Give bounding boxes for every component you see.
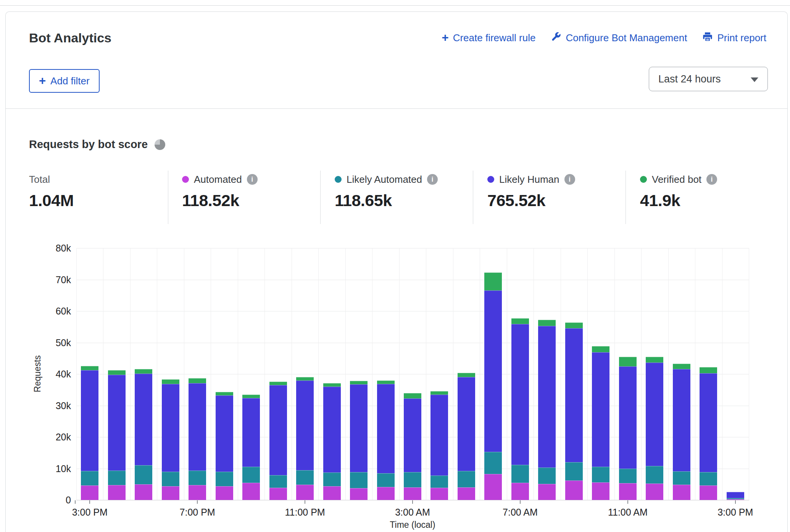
x-axis-tick bbox=[520, 500, 521, 504]
bar-segment-automated bbox=[592, 482, 609, 500]
print-report-label: Print report bbox=[717, 32, 766, 44]
bar-group[interactable] bbox=[103, 248, 130, 500]
bar-segment-verified-bot bbox=[673, 364, 690, 369]
stacked-bar bbox=[135, 369, 152, 500]
y-axis-tick-label: 50k bbox=[31, 337, 71, 348]
time-range-select[interactable]: Last 24 hours bbox=[649, 67, 768, 91]
bar-segment-likely-automated bbox=[458, 471, 475, 487]
bar-segment-automated bbox=[135, 484, 152, 500]
stat-likely-automated: Likely Automated i 118.65k bbox=[335, 173, 438, 210]
bar-group[interactable] bbox=[76, 248, 103, 500]
bar-group[interactable] bbox=[507, 248, 534, 500]
bar-group[interactable] bbox=[345, 248, 372, 500]
x-axis-tick-label: 3:00 AM bbox=[371, 507, 455, 518]
bar-group[interactable] bbox=[184, 248, 211, 500]
stat-verified-bot-value: 41.9k bbox=[640, 191, 717, 210]
section-title: Requests by bot score bbox=[29, 138, 148, 151]
info-icon[interactable]: i bbox=[564, 174, 575, 185]
bar-group[interactable] bbox=[695, 248, 722, 500]
bar-group[interactable] bbox=[641, 248, 668, 500]
bar-segment-verified-bot bbox=[646, 357, 663, 363]
bar-segment-verified-bot bbox=[700, 367, 717, 373]
stacked-bar bbox=[350, 381, 368, 500]
bar-segment-verified-bot bbox=[377, 380, 395, 384]
print-report-link[interactable]: Print report bbox=[702, 31, 766, 45]
stacked-bar bbox=[430, 391, 448, 500]
bar-segment-automated bbox=[269, 488, 287, 500]
x-axis-tick-label: 7:00 AM bbox=[478, 507, 562, 518]
bar-group[interactable] bbox=[587, 248, 614, 500]
bar-group[interactable] bbox=[426, 248, 453, 500]
bar-segment-automated bbox=[108, 485, 126, 500]
bar-group[interactable] bbox=[318, 248, 345, 500]
bar-group[interactable] bbox=[480, 248, 506, 500]
bar-segment-verified-bot bbox=[458, 373, 475, 377]
bar-segment-likely-human bbox=[458, 377, 475, 471]
bar-segment-verified-bot bbox=[350, 381, 368, 384]
create-firewall-rule-link[interactable]: + Create firewall rule bbox=[442, 32, 536, 44]
bar-group[interactable] bbox=[264, 248, 291, 500]
bar-segment-likely-automated bbox=[162, 472, 179, 486]
bar-segment-likely-automated bbox=[189, 471, 206, 485]
stat-automated-label: Automated bbox=[194, 174, 242, 185]
bar-group[interactable] bbox=[722, 248, 749, 500]
stacked-bar bbox=[296, 377, 314, 500]
bar-segment-verified-bot bbox=[108, 370, 126, 375]
bar-group[interactable] bbox=[534, 248, 560, 500]
bar-segment-likely-automated bbox=[565, 462, 583, 480]
info-icon[interactable]: i bbox=[427, 174, 438, 185]
likely-automated-dot bbox=[335, 176, 342, 183]
bar-segment-verified-bot bbox=[430, 391, 448, 395]
stacked-bar bbox=[323, 383, 341, 500]
info-icon[interactable]: i bbox=[247, 174, 258, 185]
stacked-bar bbox=[484, 272, 502, 500]
bar-group[interactable] bbox=[399, 248, 426, 500]
bar-group[interactable] bbox=[614, 248, 641, 500]
bar-segment-automated bbox=[700, 485, 717, 500]
stat-total: Total 1.04M bbox=[29, 173, 74, 210]
printer-icon bbox=[702, 31, 713, 45]
stacked-bar bbox=[81, 366, 98, 500]
bar-segment-likely-automated bbox=[242, 467, 260, 483]
configure-bot-management-link[interactable]: Configure Bot Management bbox=[551, 31, 687, 45]
bar-group[interactable] bbox=[238, 248, 264, 500]
bar-segment-verified-bot bbox=[189, 378, 206, 383]
x-axis-tick-label: 7:00 PM bbox=[155, 507, 239, 518]
bar-group[interactable] bbox=[211, 248, 237, 500]
bar-segment-likely-human bbox=[700, 373, 717, 472]
bar-group[interactable] bbox=[561, 248, 587, 500]
bar-segment-likely-human bbox=[242, 398, 260, 467]
bar-group[interactable] bbox=[292, 248, 318, 500]
stacked-bar bbox=[646, 357, 663, 500]
bar-segment-verified-bot bbox=[619, 357, 637, 366]
stacked-bar bbox=[216, 392, 233, 500]
bar-segment-automated bbox=[484, 474, 502, 500]
bar-group[interactable] bbox=[130, 248, 157, 500]
bar-segment-automated bbox=[323, 486, 341, 500]
bar-group[interactable] bbox=[157, 248, 184, 500]
info-icon[interactable]: i bbox=[706, 174, 717, 185]
bar-segment-likely-human bbox=[377, 384, 395, 473]
bar-segment-likely-automated bbox=[323, 472, 341, 486]
bar-segment-likely-human bbox=[592, 352, 609, 466]
stacked-bar bbox=[673, 364, 690, 500]
x-axis-tick-label: 3:00 PM bbox=[693, 507, 777, 518]
bar-group[interactable] bbox=[372, 248, 399, 500]
stat-likely-human-label: Likely Human bbox=[499, 174, 559, 185]
stacked-bar bbox=[458, 373, 475, 500]
bar-segment-verified-bot bbox=[135, 369, 152, 374]
automated-dot bbox=[182, 176, 189, 183]
top-divider bbox=[0, 5, 790, 6]
add-filter-button[interactable]: + Add filter bbox=[29, 69, 100, 93]
stat-divider bbox=[168, 171, 168, 224]
header-divider bbox=[6, 108, 787, 109]
bar-segment-automated bbox=[511, 483, 529, 500]
bar-segment-verified-bot bbox=[216, 392, 233, 395]
bar-group[interactable] bbox=[453, 248, 480, 500]
stat-automated-value: 118.52k bbox=[182, 191, 258, 210]
bar-group[interactable] bbox=[668, 248, 695, 500]
x-axis-tick-label: 3:00 PM bbox=[48, 507, 132, 518]
bar-segment-automated bbox=[296, 485, 314, 500]
x-axis-tick bbox=[412, 500, 413, 504]
x-axis-tick bbox=[197, 500, 198, 504]
